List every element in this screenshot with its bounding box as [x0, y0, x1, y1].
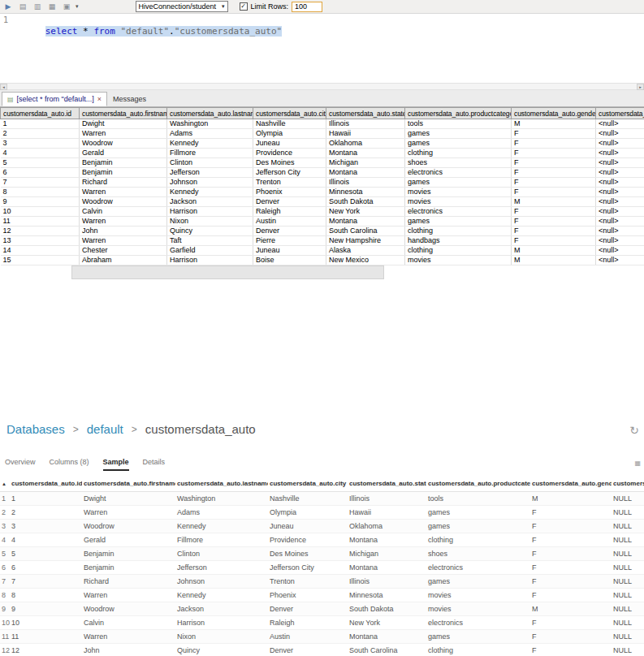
cell: Adams [175, 506, 268, 520]
column-header[interactable]: customersdata_auto.gender [512, 108, 596, 119]
cell: 10 [0, 616, 10, 630]
table-row[interactable]: 2WarrenAdamsOlympiaHawaiigamesF<null> [1, 129, 644, 139]
column-header[interactable]: customersdata_auto.id [1, 108, 80, 119]
cell: Des Moines [268, 547, 348, 561]
tab-result[interactable]: ▤ [select * from "default...] × [2, 92, 107, 106]
table-row[interactable]: 4GeraldFillmoreProvidenceMontanaclothing… [1, 149, 644, 158]
table-row[interactable]: 6BenjaminJeffersonJefferson CityMontanae… [1, 168, 644, 178]
close-icon[interactable]: × [97, 95, 102, 103]
limit-rows-group: ✓ Limit Rows: [240, 2, 323, 12]
refresh-icon[interactable]: ↻ [629, 424, 639, 437]
table-row[interactable]: 15AbrahamHarrisonBoiseNew MexicomoviesM<… [1, 256, 644, 265]
column-header[interactable]: customersdata_auto.city [253, 108, 326, 119]
export-data-icon[interactable]: ▦ [46, 2, 58, 12]
sql-editor[interactable]: 1 select * from "default"."customersdata… [0, 14, 644, 83]
tab-overview[interactable]: Overview [5, 458, 36, 471]
table-row[interactable]: 44GeraldFillmoreProvidenceMontanaclothin… [0, 533, 644, 547]
toolbar-dropdown-caret-icon[interactable]: ▾ [76, 3, 79, 10]
row-number-header[interactable]: ▲ [0, 476, 10, 492]
open-file-icon[interactable]: ▤ [17, 2, 28, 12]
sql-toolbar: ▶ ▤ ▥ ▦ ▣ ▾ HiveConnection/student ▾ ✓ L… [0, 0, 644, 14]
cell: Woodrow [82, 520, 175, 533]
export-icon[interactable]: ▦ [634, 460, 641, 467]
tab-messages[interactable]: Messages [108, 92, 151, 106]
table-row[interactable]: 66BenjaminJeffersonJefferson CityMontana… [0, 561, 644, 575]
table-row[interactable]: 22WarrenAdamsOlympiaHawaiigamesFNULL [0, 506, 644, 520]
cell: Kennedy [167, 188, 253, 197]
table-row[interactable]: 33WoodrowKennedyJuneauOklahomagamesFNULL [0, 520, 644, 533]
sort-asc-icon[interactable]: ▲ [2, 481, 6, 486]
cell: F [530, 630, 612, 644]
table-row[interactable]: 8WarrenKennedyPhoenixMinnesotamoviesF<nu… [1, 188, 644, 197]
column-header[interactable]: customersdata_auto.id [10, 476, 82, 492]
cell: electronics [426, 561, 530, 575]
run-query-icon[interactable]: ▶ [2, 2, 14, 12]
save-file-icon[interactable]: ▥ [32, 2, 43, 12]
column-header[interactable]: customersdata_auto.state [326, 108, 405, 119]
result-tab-icon: ▤ [7, 96, 14, 103]
column-header[interactable]: customersdata_auto.lastname [167, 108, 253, 119]
cell: John [80, 227, 167, 236]
tab-columns[interactable]: Columns (8) [50, 458, 89, 471]
limit-rows-checkbox[interactable]: ✓ [240, 2, 248, 11]
breadcrumb: Databases > default > customersdata_auto [0, 414, 644, 436]
table-row[interactable]: 11WarrenNixonAustinMontanagamesF<null> [1, 217, 644, 227]
editor-horizontal-scrollbar[interactable]: ◂ ▸ [0, 83, 644, 90]
column-header[interactable]: customersdata_auto.productcategory [405, 108, 512, 119]
column-header[interactable]: customersdata_auto.gender [530, 476, 612, 492]
table-row[interactable]: 11DwightWashingtonNashvilleIllinoistools… [0, 492, 644, 506]
connection-selector[interactable]: HiveConnection/student ▾ [136, 1, 228, 12]
table-row[interactable]: 1212JohnQuincyDenverSouth Carolinaclothi… [0, 644, 644, 656]
table-row[interactable]: 10CalvinHarrisonRaleighNew Yorkelectroni… [1, 207, 644, 217]
table-row[interactable]: 77RichardJohnsonTrentonIllinoisgamesFNUL… [0, 575, 644, 589]
breadcrumb-databases[interactable]: Databases [6, 422, 65, 436]
cell: 2 [10, 506, 82, 520]
cell: Illinois [326, 178, 405, 188]
table-row[interactable]: 14ChesterGarfieldJuneauAlaskaclothingM<n… [1, 246, 644, 256]
cell: 6 [0, 561, 10, 575]
cell: NULL [612, 533, 644, 547]
table-row[interactable]: 55BenjaminClintonDes MoinesMichiganshoes… [0, 547, 644, 561]
sql-token: "default" [121, 26, 170, 37]
column-header[interactable]: customersdata_auto.lastname [175, 476, 268, 492]
cell: M [512, 256, 596, 265]
cell: Alaska [326, 246, 405, 256]
column-header[interactable]: customersdata_auto.firstname [80, 108, 167, 119]
table-row[interactable]: 9WoodrowJacksonDenverSouth DakotamoviesM… [1, 197, 644, 207]
scroll-right-icon[interactable]: ▸ [637, 84, 644, 90]
scroll-left-icon[interactable]: ◂ [0, 84, 7, 90]
column-header[interactable]: customersdata_auto.state [348, 476, 426, 492]
cell: clothing [426, 533, 530, 547]
column-header[interactable]: customersdata_auto.city [268, 476, 348, 492]
cell: NULL [612, 616, 644, 630]
tab-details[interactable]: Details [143, 458, 166, 471]
cell: 15 [1, 256, 80, 265]
table-row[interactable]: 7RichardJohnsonTrentonIllinoisgamesF<nul… [1, 178, 644, 188]
column-header[interactable]: customersdata_a [596, 108, 644, 119]
table-row[interactable]: 12JohnQuincyDenverSouth Carolinaclothing… [1, 227, 644, 236]
cell: 8 [0, 589, 10, 602]
column-header[interactable]: customersdata_auto.productcategory [426, 476, 530, 492]
table-row[interactable]: 5BenjaminClintonDes MoinesMichiganshoesF… [1, 158, 644, 168]
cell: Benjamin [82, 561, 175, 575]
cell: 11 [1, 217, 80, 227]
table-row[interactable]: 1010CalvinHarrisonRaleighNew Yorkelectro… [0, 616, 644, 630]
table-row[interactable]: 88WarrenKennedyPhoenixMinnesotamoviesFNU… [0, 589, 644, 602]
settings-icon[interactable]: ▣ [61, 2, 72, 12]
breadcrumb-default[interactable]: default [87, 422, 123, 436]
table-row[interactable]: 1111WarrenNixonAustinMontanagamesFNULL [0, 630, 644, 644]
cell: 7 [10, 575, 82, 589]
cell: games [405, 129, 512, 139]
cell: F [512, 139, 596, 149]
table-row[interactable]: 3WoodrowKennedyJuneauOklahomagamesF<null… [1, 139, 644, 149]
tab-sample[interactable]: Sample [103, 458, 129, 471]
cell: F [512, 158, 596, 168]
cell: Nashville [253, 119, 326, 129]
column-header[interactable]: customersdata_auto.firstname [82, 476, 175, 492]
column-header[interactable]: customers [612, 476, 644, 492]
table-row[interactable]: 99WoodrowJacksonDenverSouth Dakotamovies… [0, 602, 644, 616]
table-row[interactable]: 1DwightWashingtonNashvilleIllinoistoolsM… [1, 119, 644, 129]
cell: Montana [326, 168, 405, 178]
table-row[interactable]: 13WarrenTaftPierreNew HampshirehandbagsF… [1, 236, 644, 246]
limit-rows-input[interactable] [292, 2, 322, 12]
